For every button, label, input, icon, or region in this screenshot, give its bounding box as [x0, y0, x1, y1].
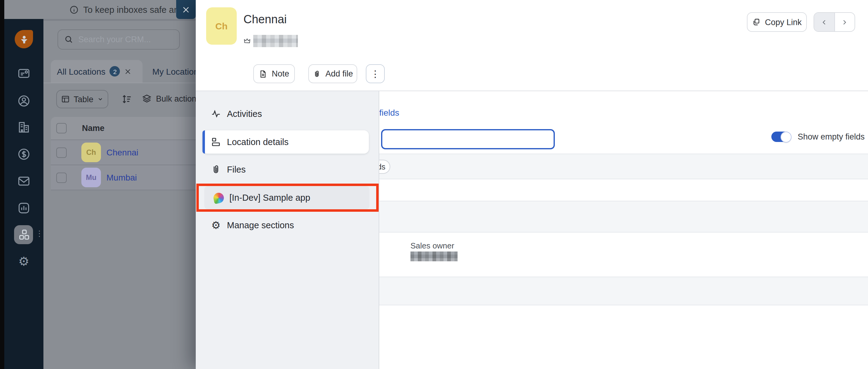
bulk-actions-button[interactable]: Bulk actions [142, 94, 196, 103]
contacts-icon[interactable] [4, 94, 43, 108]
next-record-button[interactable] [835, 13, 855, 31]
tab-close-icon[interactable] [124, 68, 132, 75]
activity-icon [210, 108, 222, 119]
record-detail-panel: Ch Chennai Note Add file ⋮ Copy Link [196, 0, 868, 369]
previous-record-button[interactable] [814, 13, 835, 31]
field-chip-label: ds [379, 162, 385, 171]
record-details-content: fields Show empty fields ds Sales owner [379, 91, 868, 369]
analytics-icon[interactable] [4, 201, 43, 215]
section-band [379, 201, 868, 233]
bulk-actions-label: Bulk actions [156, 94, 196, 103]
crown-icon [244, 37, 251, 45]
location-link[interactable]: Chennai [106, 148, 138, 157]
search-placeholder: Search your CRM... [78, 35, 151, 44]
view-selector-button[interactable]: Table [56, 90, 108, 108]
copy-icon [752, 18, 761, 26]
window-edge [0, 0, 4, 369]
sales-owner-label: Sales owner [410, 241, 454, 250]
email-icon[interactable] [4, 175, 43, 188]
column-header-name: Name [82, 124, 104, 133]
row-checkbox[interactable] [56, 147, 67, 158]
close-icon [182, 5, 190, 14]
tab-all-locations-label: All Locations [57, 66, 105, 76]
table-row[interactable]: Ch Chennai [51, 140, 196, 164]
tab-my-locations-label: My Location [152, 66, 196, 76]
field-search-input[interactable] [381, 129, 555, 149]
section-band: ds [379, 154, 868, 179]
panel-close-button[interactable] [176, 0, 196, 19]
locations-table: Name Ch Chennai Mu Mumbai [51, 117, 196, 190]
avatar: Ch [81, 143, 101, 162]
show-empty-fields-label: Show empty fields [798, 132, 865, 141]
gear-icon: ⚙ [210, 220, 222, 230]
kebab-icon: ⋮ [371, 68, 380, 79]
menu-item-activities[interactable]: Activities [196, 102, 379, 125]
tab-all-locations[interactable]: All Locations 2 [51, 60, 143, 83]
location-link[interactable]: Mumbai [106, 173, 137, 182]
note-button[interactable]: Note [253, 64, 295, 83]
table-view-icon [61, 95, 70, 103]
section-menu: Activities Location details Files [In-De… [196, 91, 379, 369]
chevron-right-icon [841, 18, 849, 26]
freshworks-logo-icon[interactable] [4, 30, 43, 48]
menu-item-manage-sections[interactable]: ⚙ Manage sections [196, 214, 379, 237]
avatar: Mu [81, 168, 101, 187]
row-checkbox[interactable] [56, 172, 67, 183]
field-chip[interactable]: ds [379, 160, 390, 174]
more-actions-button[interactable]: ⋮ [366, 64, 385, 83]
note-button-label: Note [272, 69, 289, 78]
tab-divider [43, 83, 196, 83]
record-pager [813, 12, 855, 32]
note-icon [259, 69, 267, 78]
section-band [379, 277, 868, 305]
annotation-highlight-box [196, 184, 379, 212]
menu-item-files[interactable]: Files [196, 158, 379, 181]
add-file-button-label: Add file [326, 69, 353, 78]
copy-link-button[interactable]: Copy Link [747, 12, 807, 32]
toggle-knob [781, 132, 790, 142]
redacted-sales-owner-value [410, 251, 458, 261]
kanban-card-icon[interactable] [4, 67, 43, 80]
add-file-button[interactable]: Add file [308, 64, 357, 83]
record-owner-row [244, 35, 298, 47]
copy-link-label: Copy Link [765, 18, 802, 27]
banner-message: To keep inboxes safe an [83, 5, 179, 14]
menu-item-label: Activities [227, 109, 262, 119]
info-icon [69, 5, 79, 14]
sidebar-kebab-icon[interactable]: ⋮ [35, 229, 43, 238]
chevron-down-icon [97, 96, 103, 102]
menu-item-location-details[interactable]: Location details [203, 130, 369, 154]
paperclip-icon [210, 164, 222, 175]
crm-search-input[interactable]: Search your CRM... [58, 29, 180, 50]
select-all-checkbox[interactable] [56, 123, 67, 133]
tab-count-badge: 2 [110, 66, 120, 76]
tab-my-locations[interactable]: My Location [152, 60, 196, 83]
menu-item-label: Files [227, 164, 246, 175]
view-selector-label: Table [74, 95, 94, 104]
show-empty-fields-row: Show empty fields [771, 131, 865, 142]
record-avatar: Ch [206, 7, 237, 45]
deals-icon[interactable] [4, 148, 43, 161]
layers-icon [142, 94, 152, 103]
settings-gear-icon[interactable]: ⚙ [4, 255, 43, 268]
menu-item-label: Manage sections [227, 220, 294, 230]
fields-link[interactable]: fields [379, 108, 399, 118]
menu-item-label: Location details [227, 137, 289, 147]
search-icon [64, 35, 73, 44]
layout-icon [210, 136, 222, 148]
table-row[interactable]: Mu Mumbai [51, 164, 196, 190]
paperclip-icon [313, 69, 321, 78]
chevron-left-icon [820, 18, 828, 26]
sort-order-icon[interactable] [121, 94, 132, 105]
redacted-owner-value [253, 35, 298, 47]
accounts-icon[interactable] [4, 121, 43, 134]
record-title: Chennai [244, 13, 287, 26]
app-sidebar: ⋮ ⚙ [4, 19, 43, 369]
show-empty-fields-toggle[interactable] [771, 131, 791, 142]
table-header-row: Name [51, 117, 196, 140]
locations-list-page: Search your CRM... All Locations 2 My Lo… [43, 19, 196, 369]
active-indicator-bar [203, 130, 205, 154]
